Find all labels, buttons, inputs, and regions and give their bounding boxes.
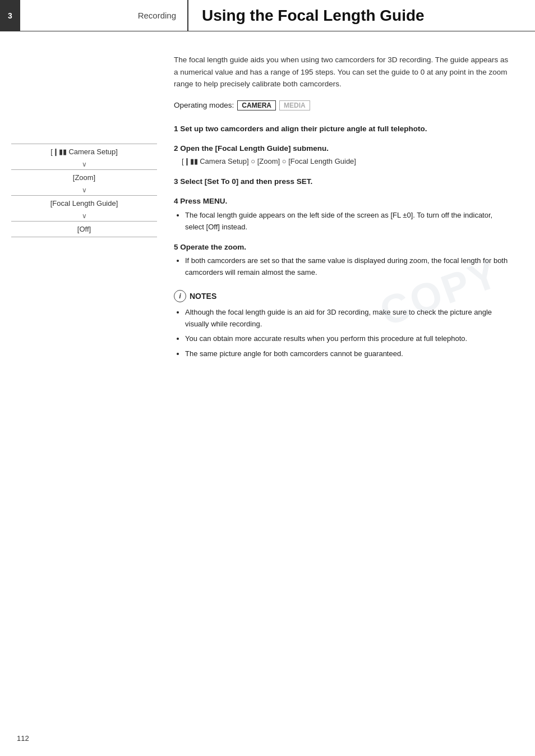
step-5-bullets: If both camcorders are set so that the s… bbox=[185, 255, 513, 279]
sidebar-camera-setup-label: [❙▮▮ Camera Setup] bbox=[50, 147, 118, 156]
step-1: 1 Set up two camcorders and align their … bbox=[174, 123, 513, 135]
main-layout: [❙▮▮ Camera Setup] ∨ [Zoom] ∨ [Focal Len… bbox=[0, 31, 535, 386]
operating-modes: Operating modes: CAMERA MEDIA bbox=[174, 100, 513, 110]
notes-bullet-1: Although the focal length guide is an ai… bbox=[185, 307, 513, 330]
info-icon: i bbox=[174, 290, 186, 302]
step-2-submenu: [❙▮▮ Camera Setup] ○ [Zoom] ○ [Focal Len… bbox=[182, 156, 513, 168]
step-5: 5 Operate the zoom. If both camcorders a… bbox=[174, 241, 513, 279]
step-2-number: 2 bbox=[174, 144, 180, 153]
step-4-title: Press MENU. bbox=[180, 197, 227, 205]
sidebar-arrow-3: ∨ bbox=[82, 211, 87, 221]
step-3-title: Select [Set To 0] and then press SET. bbox=[180, 177, 312, 186]
step-3-number: 3 bbox=[174, 177, 180, 186]
sidebar-focal-length-label: [Focal Length Guide] bbox=[50, 199, 118, 208]
steps-list: 1 Set up two camcorders and align their … bbox=[174, 123, 513, 279]
chapter-badge: 3 bbox=[0, 0, 20, 31]
step-2: 2 Open the [Focal Length Guide] submenu.… bbox=[174, 142, 513, 167]
sidebar-zoom-label: [Zoom] bbox=[73, 173, 95, 182]
sidebar-arrow-1: ∨ bbox=[82, 159, 87, 169]
sidebar-item-zoom: [Zoom] bbox=[11, 169, 157, 185]
notes-bullets: Although the focal length guide is an ai… bbox=[185, 307, 513, 360]
notes-bullet-3: The same picture angle for both camcorde… bbox=[185, 348, 513, 360]
step-3: 3 Select [Set To 0] and then press SET. bbox=[174, 176, 513, 188]
step-4-bullets: The focal length guide appears on the le… bbox=[185, 210, 513, 233]
page-header: 3 Recording Using the Focal Length Guide bbox=[0, 0, 535, 31]
step-4-bullet-1: The focal length guide appears on the le… bbox=[185, 210, 513, 233]
sidebar-arrow-2: ∨ bbox=[82, 185, 87, 195]
sidebar-menu: [❙▮▮ Camera Setup] ∨ [Zoom] ∨ [Focal Len… bbox=[11, 144, 157, 237]
step-5-number: 5 bbox=[174, 243, 180, 251]
step-1-title: Set up two camcorders and align their pi… bbox=[180, 125, 427, 133]
notes-section: i NOTES Although the focal length guide … bbox=[174, 290, 513, 360]
step-5-bullet-1: If both camcorders are set so that the s… bbox=[185, 255, 513, 279]
sidebar-item-off: [Off] bbox=[11, 221, 157, 237]
operating-modes-label: Operating modes: bbox=[174, 101, 234, 109]
step-4-number: 4 bbox=[174, 197, 180, 205]
step-5-title: Operate the zoom. bbox=[180, 243, 246, 251]
media-mode-badge: MEDIA bbox=[279, 100, 310, 110]
page-title: Using the Focal Length Guide bbox=[188, 0, 535, 31]
page-number: 112 bbox=[17, 734, 29, 743]
notes-header: i NOTES bbox=[174, 290, 513, 302]
section-label: Recording bbox=[20, 0, 188, 31]
step-2-title: Open the [Focal Length Guide] submenu. bbox=[180, 144, 329, 153]
step-4: 4 Press MENU. The focal length guide app… bbox=[174, 195, 513, 233]
sidebar-off-label: [Off] bbox=[77, 225, 91, 233]
sidebar-item-camera-setup: [❙▮▮ Camera Setup] bbox=[11, 144, 157, 159]
notes-bullet-2: You can obtain more accurate results whe… bbox=[185, 333, 513, 345]
sidebar: [❙▮▮ Camera Setup] ∨ [Zoom] ∨ [Focal Len… bbox=[0, 43, 168, 386]
camera-mode-badge: CAMERA bbox=[237, 100, 276, 110]
notes-label: NOTES bbox=[190, 292, 216, 301]
step-1-number: 1 bbox=[174, 125, 180, 133]
intro-text: The focal length guide aids you when usi… bbox=[174, 54, 513, 90]
sidebar-item-focal-length: [Focal Length Guide] bbox=[11, 195, 157, 211]
content-area: The focal length guide aids you when usi… bbox=[168, 43, 535, 386]
